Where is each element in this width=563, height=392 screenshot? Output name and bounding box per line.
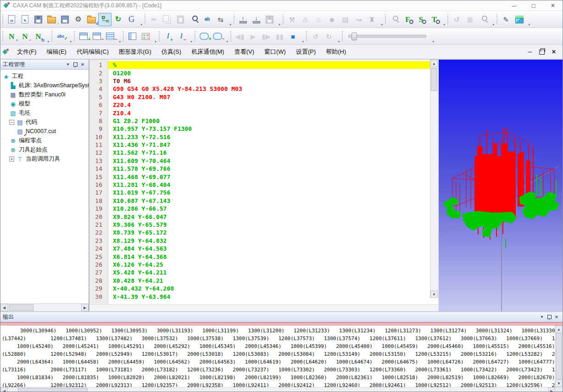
format-layout-button[interactable]: [126, 30, 139, 43]
menu-item-2[interactable]: 编辑(E): [42, 46, 72, 57]
find-f-code-button[interactable]: F: [401, 13, 414, 26]
code-line-21[interactable]: X9.306 Y-65.579: [108, 221, 430, 229]
scroll-left-icon[interactable]: [0, 304, 8, 311]
code-line-26[interactable]: X6.126 Y-64.25: [108, 261, 430, 269]
code-line-8[interactable]: G1 Z0.2 F1000: [108, 117, 430, 125]
tree-item-blank[interactable]: ▧毛坯: [2, 108, 89, 118]
maximize-button[interactable]: [524, 1, 543, 11]
code-line-3[interactable]: T0 M6: [108, 77, 430, 85]
output-close-icon[interactable]: [553, 314, 560, 321]
code-line-2[interactable]: O1200: [108, 69, 430, 77]
code-line-16[interactable]: X11.281 Y-68.404: [108, 181, 430, 189]
editor-scroll-thumb[interactable]: [431, 68, 437, 91]
remove-comment-button[interactable]: −: [211, 30, 224, 43]
edit-code-file-button[interactable]: ✎: [18, 13, 32, 26]
tree-item-nc0007[interactable]: ▤✓NC0007.cut: [2, 127, 89, 136]
batch-convert-button[interactable]: ⇆: [214, 13, 227, 26]
code-line-4[interactable]: G90 G54 G0 X5.428 Y-84.213 S3000 M03: [108, 85, 430, 93]
code-line-15[interactable]: X11.468 Y-69.077: [108, 173, 430, 180]
menu-item-6[interactable]: 机床通信(M): [186, 46, 229, 57]
expand-icon[interactable]: +: [9, 157, 14, 162]
code-line-18[interactable]: X10.687 Y-67.143: [108, 197, 430, 205]
find-button[interactable]: [187, 13, 201, 26]
code-line-6[interactable]: Z20.4: [108, 101, 430, 109]
code-line-13[interactable]: X11.609 Y-70.464: [108, 157, 430, 165]
menu-item-1[interactable]: 文件(F): [12, 46, 42, 57]
add-comment-button[interactable]: +: [197, 30, 211, 43]
output-horizontal-scrollbar[interactable]: [0, 387, 563, 392]
tree-horizontal-scrollbar[interactable]: [0, 303, 89, 311]
trace-probe-button[interactable]: ✎: [499, 13, 513, 26]
find-t-code-button[interactable]: T: [428, 13, 441, 26]
code-line-10[interactable]: X11.233 Y-72.516: [108, 133, 430, 141]
replace-button[interactable]: ab: [201, 13, 214, 26]
menu-item-10[interactable]: 帮助(H): [321, 46, 351, 57]
send-file-button[interactable]: ↑: [236, 13, 250, 26]
scroll-left-icon[interactable]: [0, 387, 8, 392]
refresh-project-button[interactable]: ↻: [111, 13, 125, 26]
code-line-5[interactable]: G43 H0 Z100. M07: [108, 93, 430, 101]
minimize-button[interactable]: [505, 1, 524, 11]
code-line-1[interactable]: %: [108, 61, 430, 69]
tree-scroll-track[interactable]: [8, 304, 81, 311]
tree-scroll-thumb[interactable]: [9, 304, 33, 311]
menu-item-3[interactable]: 代码编辑(C): [72, 46, 114, 57]
tree-item-machine[interactable]: ▙机床: 3AxBrownSharpeSyste: [2, 81, 89, 90]
code-line-9[interactable]: X10.957 Y-73.157 F1300: [108, 125, 430, 133]
output-scroll-thumb[interactable]: [556, 333, 562, 379]
code-line-23[interactable]: X8.129 Y-64.832: [108, 237, 430, 245]
code-line-24[interactable]: X7.484 Y-64.563: [108, 245, 430, 252]
mdi-close-button[interactable]: [551, 49, 557, 55]
output-vertical-scrollbar[interactable]: [555, 325, 563, 387]
code-line-17[interactable]: X11.019 Y-67.756: [108, 189, 430, 196]
menu-item-7[interactable]: 查看(V): [229, 46, 259, 57]
code-line-19[interactable]: X10.286 Y-66.57: [108, 205, 430, 213]
output-pin-button[interactable]: [546, 314, 553, 321]
code-line-7[interactable]: Z10.4: [108, 109, 430, 117]
project-tree-button[interactable]: [98, 13, 111, 26]
remove-program-header-button[interactable]: −: [90, 30, 103, 43]
code-line-25[interactable]: X6.814 Y-64.368: [108, 252, 430, 260]
tree-item-prog-zero[interactable]: ⊕编程零点: [2, 136, 89, 145]
tree-item-model[interactable]: ◉模型: [2, 99, 89, 108]
code-line-28[interactable]: X0.428 Y-64.21: [108, 277, 430, 285]
sim-speed-slider[interactable]: [348, 35, 426, 38]
menu-item-8[interactable]: 窗口(W): [259, 46, 291, 57]
editor-vertical-scrollbar[interactable]: [430, 60, 438, 298]
panel-pin-button[interactable]: [72, 61, 79, 68]
panel-close-icon[interactable]: [79, 61, 86, 68]
code-line-29[interactable]: X-40.432 Y-64.208: [108, 285, 430, 292]
collapse-icon[interactable]: −: [9, 120, 14, 125]
output-hscroll-thumb[interactable]: [18, 388, 88, 392]
code-line-30[interactable]: X-41.39 Y-63.964: [108, 292, 430, 300]
goto-g-code-button[interactable]: G: [125, 13, 138, 26]
renumber-lines-button[interactable]: N↻: [32, 30, 45, 43]
tree-item-code[interactable]: −▤代码: [2, 118, 89, 127]
code-line-20[interactable]: X9.824 Y-66.047: [108, 213, 430, 220]
menu-item-4[interactable]: 图形显示(G): [114, 46, 156, 57]
scroll-down-icon[interactable]: [555, 380, 563, 387]
add-block-skip-button[interactable]: /+: [162, 30, 175, 43]
remove-line-numbers-button[interactable]: N−: [18, 30, 32, 43]
scroll-up-icon[interactable]: [555, 325, 563, 333]
open-file-button[interactable]: ↓: [45, 13, 58, 26]
slider-handle-icon[interactable]: [351, 33, 357, 40]
scroll-right-icon[interactable]: [81, 304, 89, 311]
new-code-file-button[interactable]: M: [5, 13, 18, 26]
color-scheme-grid-button[interactable]: [139, 30, 152, 43]
save-code-file-button[interactable]: M: [32, 13, 45, 26]
code-editor-area[interactable]: 1234567891011121314151617181920212223242…: [89, 60, 438, 304]
tree-item-tool-start[interactable]: ⊕刀具起始点: [2, 145, 89, 154]
view-3d-button[interactable]: [513, 13, 526, 26]
scroll-up-icon[interactable]: [430, 60, 438, 67]
code-line-12[interactable]: X11.562 Y-71.16: [108, 149, 430, 157]
panel-menu-icon[interactable]: [64, 61, 72, 68]
settings-gear-button[interactable]: ⚙: [72, 13, 85, 26]
code-line-22[interactable]: X8.739 Y-65.172: [108, 229, 430, 236]
receive-file-button[interactable]: ↓: [250, 13, 263, 26]
syntax-check-button[interactable]: abc✓: [54, 30, 67, 43]
remove-block-skip-button[interactable]: /−: [175, 30, 188, 43]
code-line-27[interactable]: X5.428 Y-64.211: [108, 269, 430, 276]
viewport-3d[interactable]: [438, 60, 563, 311]
close-button[interactable]: [543, 1, 563, 11]
